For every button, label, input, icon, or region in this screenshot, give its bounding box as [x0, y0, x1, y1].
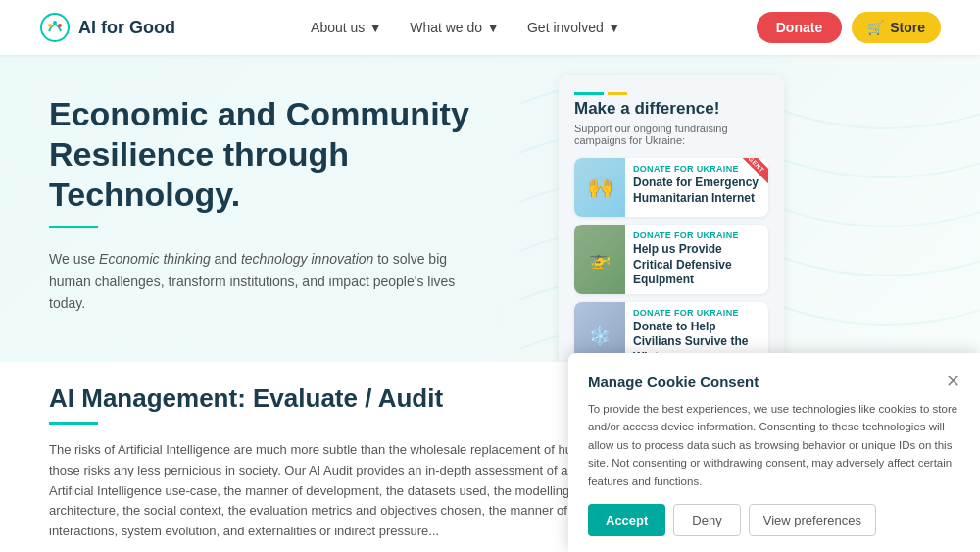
- donation-item-3-label: Donate for Ukraine: [633, 308, 760, 318]
- cookie-consent: Manage Cookie Consent ✕ To provide the b…: [568, 353, 980, 552]
- card-title: Make a difference!: [574, 99, 768, 119]
- cookie-body: To provide the best experiences, we use …: [588, 400, 960, 490]
- urgent-badge: URGENT: [728, 158, 768, 185]
- donation-item-2-label: Donate for Ukraine: [633, 230, 760, 240]
- hero-italic-2: technology innovation: [241, 251, 373, 267]
- cookie-deny-button[interactable]: Deny: [673, 504, 740, 536]
- nav-get-involved[interactable]: Get involved ▼: [527, 20, 621, 35]
- store-icon: 🛒: [867, 20, 884, 35]
- donate-button[interactable]: Donate: [757, 12, 842, 43]
- logo-icon: [39, 12, 71, 43]
- cookie-title: Manage Cookie Consent: [588, 374, 759, 390]
- svg-point-0: [41, 14, 69, 41]
- svg-point-3: [53, 21, 57, 25]
- section-underline: [49, 422, 98, 425]
- nav-actions: Donate 🛒 Store: [757, 12, 941, 43]
- donation-item-2[interactable]: 🚁 Donate for Ukraine Help us Provide Cri…: [574, 225, 768, 294]
- card-line-teal: [574, 92, 604, 95]
- store-button[interactable]: 🛒 Store: [852, 12, 941, 43]
- cookie-header: Manage Cookie Consent ✕: [588, 373, 960, 390]
- donation-item-2-content: Donate for Ukraine Help us Provide Criti…: [625, 225, 768, 294]
- logo-text: AI for Good: [78, 18, 175, 38]
- nav-about[interactable]: About us ▼: [311, 20, 382, 35]
- cookie-close-button[interactable]: ✕: [946, 373, 960, 390]
- donation-item-1[interactable]: 🙌 Donate for Ukraine Donate for Emergenc…: [574, 158, 768, 217]
- chevron-down-icon: ▼: [608, 20, 621, 35]
- nav-what-we-do[interactable]: What we do ▼: [410, 20, 500, 35]
- donation-item-2-name: Help us Provide Critical Defensive Equip…: [633, 242, 760, 288]
- drone-icon: 🚁: [589, 248, 611, 270]
- hero-title: Economic and Community Resilience throug…: [49, 94, 510, 214]
- navbar: AI for Good About us ▼ What we do ▼ Get …: [0, 0, 980, 55]
- cookie-accept-button[interactable]: Accept: [588, 504, 665, 536]
- cookie-actions: Accept Deny View preferences: [588, 504, 960, 536]
- card-title-bar: [574, 92, 768, 95]
- hero-section: Economic and Community Resilience throug…: [0, 55, 549, 362]
- card-line-yellow: [608, 92, 627, 95]
- hands-icon: 🙌: [587, 175, 613, 200]
- winter-icon: ❄️: [589, 326, 611, 347]
- hero-body: We use Economic thinking and technology …: [49, 248, 461, 314]
- cookie-preferences-button[interactable]: View preferences: [749, 504, 876, 536]
- nav-links: About us ▼ What we do ▼ Get involved ▼: [311, 20, 621, 35]
- svg-point-2: [58, 24, 62, 27]
- hero-underline: [49, 226, 98, 228]
- card-subtitle: Support our ongoing fundraising campaign…: [574, 123, 768, 146]
- hero-area: Economic and Community Resilience throug…: [0, 55, 980, 362]
- logo[interactable]: AI for Good: [39, 12, 175, 43]
- chevron-down-icon: ▼: [368, 20, 382, 35]
- svg-point-1: [48, 24, 52, 27]
- donation-item-1-image: 🙌: [574, 158, 625, 217]
- hero-italic-1: Economic thinking: [99, 251, 211, 267]
- donation-card: Make a difference! Support our ongoing f…: [559, 75, 784, 362]
- donation-item-2-image: 🚁: [574, 225, 625, 294]
- donation-card-section: Make a difference! Support our ongoing f…: [549, 55, 804, 362]
- urgent-ribbon: URGENT: [719, 158, 768, 207]
- chevron-down-icon: ▼: [486, 20, 500, 35]
